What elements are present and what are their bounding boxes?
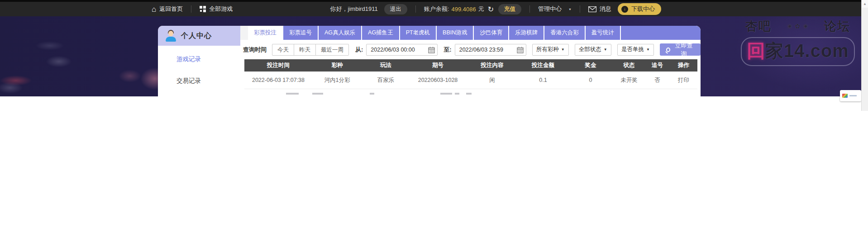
broken-image-dash [849,95,857,96]
col-header-bet-amount: 投注金额 [518,59,568,72]
user-avatar-icon [164,29,177,42]
topbar-divider [529,5,530,13]
single-pick-value: 是否单挑 [621,46,644,53]
watermark-ornament: ❀ ✿ ❀ [787,23,809,30]
watermark-title-right: 论坛 [824,18,850,34]
watermark-badge-first: 回 [747,41,765,61]
tab-bbin-games[interactable]: BBIN游戏 [437,26,473,40]
balance-label: 账户余额: [424,5,449,13]
col-header-lottery: 彩种 [312,59,362,72]
home-icon: ⌂ [152,5,156,13]
messages-label: 消息 [600,5,611,13]
col-header-play-type: 玩法 [362,59,410,72]
topbar-divider [191,5,191,13]
status-value: 全部状态 [579,46,601,53]
top-navigation-bar: ⌂ 返回首页 全部游戏 你好，jimbird1911 退出 账户余额: 499.… [0,0,861,16]
all-games-link[interactable]: 全部游戏 [200,5,233,13]
topbar-right-group: 你好，jimbird1911 退出 账户余额: 499.4086 元 ↻ 充值 … [330,3,661,15]
sidebar-menu: 游戏记录 交易记录 [158,46,240,92]
tab-leyou-chess[interactable]: 乐游棋牌 [509,26,544,40]
tab-saba-sports[interactable]: 沙巴体育 [474,26,508,40]
lottery-type-select[interactable]: 所有彩种 ▼ [532,44,569,56]
back-home-link[interactable]: ⌂ 返回首页 [152,5,183,13]
tab-hk-mark-six[interactable]: 香港六合彩 [544,26,585,40]
topbar-divider [580,5,580,13]
last-week-button[interactable]: 最近一周 [315,44,349,56]
table-row: 2022-06-03 17:07:38 河内1分彩 百家乐 20220603-1… [244,72,697,89]
from-date-field [366,44,438,56]
query-toolbar: 查询时间 今天 昨天 最近一周 从: [240,40,701,57]
tab-ag-fishing[interactable]: AG捕鱼王 [362,26,399,40]
download-center-button[interactable]: ↓ 下载中心 [618,3,661,15]
status-select[interactable]: 全部状态 ▼ [575,44,611,56]
cell-prize: 0 [568,72,613,89]
download-circle-icon: ↓ [621,6,628,13]
messages-link[interactable]: 消息 [588,5,611,13]
back-home-label: 返回首页 [159,5,183,13]
col-header-prize: 奖金 [568,59,613,72]
mail-icon [588,6,596,12]
tab-ag-live[interactable]: AG真人娱乐 [319,26,361,40]
yesterday-button[interactable]: 昨天 [294,44,316,56]
cell-lottery: 河内1分彩 [312,72,362,89]
tab-strip-filler [621,26,701,40]
chevron-down-icon: ▼ [646,48,650,52]
download-center-label: 下载中心 [631,5,655,13]
col-header-chase: 追号 [645,59,670,72]
watermark-badge-rest: 家14.com [765,41,849,61]
from-date-input[interactable] [366,44,438,56]
watermark-badge: 回家14.com [741,37,855,66]
sidebar-header: 个人中心 [158,26,240,46]
content-panel: 个人中心 游戏记录 交易记录 彩票投注 彩票追号 AG真人娱乐 AG捕鱼王 PT… [158,26,701,96]
scroll-up-button[interactable]: ▲ [862,0,868,8]
col-header-issue: 期号 [410,59,466,72]
cell-bet-time: 2022-06-03 17:07:38 [244,72,312,89]
single-pick-select[interactable]: 是否单挑 ▼ [617,44,654,56]
tab-strip-leadin [240,26,248,40]
to-date-field [455,44,526,56]
watermark-title-left: 杏吧 [745,18,772,34]
grid-icon [200,6,206,12]
user-greeting: 你好，jimbird1911 [330,5,378,13]
all-games-label: 全部游戏 [209,5,233,13]
lottery-type-value: 所有彩种 [536,46,559,53]
chevron-down-icon: ▼ [561,48,565,52]
logout-button[interactable]: 退出 [384,4,407,14]
balance-value: 499.4086 [451,6,476,13]
col-header-status: 状态 [613,59,645,72]
cell-issue: 20220603-1028 [410,72,466,89]
tab-pt-slots[interactable]: PT老虎机 [400,26,436,40]
search-button[interactable]: 立即查询 [660,43,701,56]
topbar-divider [415,5,416,13]
cell-status: 未开奖 [613,72,645,89]
search-icon [666,48,670,52]
tab-lottery-bets[interactable]: 彩票投注 [248,26,282,40]
recharge-button[interactable]: 充值 [498,4,521,14]
topbar-left-group: ⌂ 返回首页 全部游戏 [152,5,233,13]
quick-range-group: 今天 昨天 最近一周 [272,44,349,56]
sidebar-item-transaction-records[interactable]: 交易记录 [158,70,240,92]
print-link[interactable]: 打印 [670,72,697,89]
from-label: 从: [355,46,363,54]
tab-strip: 彩票投注 彩票追号 AG真人娱乐 AG捕鱼王 PT老虎机 BBIN游戏 沙巴体育… [240,26,701,40]
cell-chase: 否 [645,72,670,89]
chevron-down-icon: ▼ [568,8,572,11]
refresh-balance-icon[interactable]: ↻ [488,5,494,14]
vertical-scrollbar[interactable]: ▲ [861,0,868,111]
to-label: 至: [444,46,451,54]
sidebar-item-game-records[interactable]: 游戏记录 [158,48,240,70]
tab-profit-loss-stats[interactable]: 盈亏统计 [586,26,620,40]
today-button[interactable]: 今天 [272,44,294,56]
site-watermark: 杏吧 ❀ ✿ ❀ 论坛 回家14.com [741,18,855,66]
to-date-input[interactable] [455,44,526,56]
col-header-action: 操作 [670,59,697,72]
table-header-row: 投注时间 彩种 玩法 期号 投注内容 投注金额 奖金 状态 追号 操作 [244,59,697,72]
chevron-down-icon: ▼ [604,48,607,52]
bets-table: 投注时间 彩种 玩法 期号 投注内容 投注金额 奖金 状态 追号 操作 2022… [244,59,697,96]
calendar-icon[interactable] [428,47,435,53]
tab-lottery-chase[interactable]: 彩票追号 [283,26,318,40]
broken-image-placeholder [840,90,861,101]
calendar-icon[interactable] [517,47,524,53]
cell-play-type: 百家乐 [362,72,410,89]
admin-center-menu[interactable]: 管理中心 ▼ [538,5,572,13]
